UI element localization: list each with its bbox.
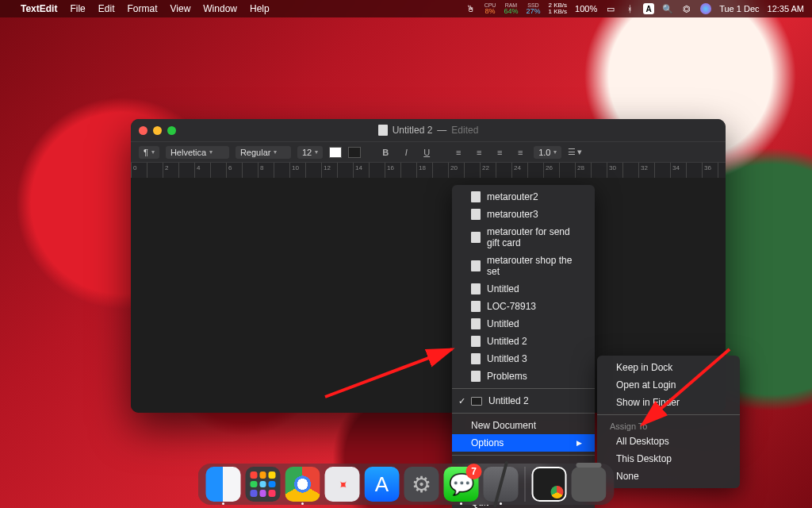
recent-doc-label: Untitled bbox=[487, 318, 519, 329]
recent-doc-label: metarouter3 bbox=[487, 209, 538, 220]
new-document-item[interactable]: New Document bbox=[452, 417, 595, 434]
dock-appstore[interactable]: A bbox=[365, 467, 400, 502]
battery-status[interactable]: 100% bbox=[575, 4, 597, 13]
document-icon bbox=[471, 301, 481, 312]
list-style-button[interactable]: ☰▾ bbox=[568, 145, 582, 160]
current-window-item[interactable]: Untitled 2 bbox=[452, 392, 595, 410]
paragraph-style-select[interactable]: ¶▾ bbox=[139, 146, 159, 159]
dock-context-menu: metarouter2metarouter3metarouter for sen… bbox=[452, 185, 595, 508]
spotlight-icon[interactable]: 🔍 bbox=[662, 3, 673, 14]
cpu-stat[interactable]: CPU8% bbox=[485, 2, 496, 15]
control-center-icon[interactable]: ⏣ bbox=[681, 3, 692, 14]
none-item[interactable]: None bbox=[597, 468, 740, 485]
recent-doc-label: LOC-78913 bbox=[487, 301, 536, 312]
this-desktop-item[interactable]: This Desktop bbox=[597, 450, 740, 468]
document-icon bbox=[471, 371, 481, 382]
menu-window[interactable]: Window bbox=[203, 3, 237, 14]
underline-button[interactable]: U bbox=[419, 145, 434, 160]
format-toolbar: ¶▾ Helvetica▾ Regular▾ 12▾ B I U ≡ ≡ ≡ ≡… bbox=[131, 141, 726, 162]
dock-finder[interactable] bbox=[206, 467, 241, 502]
battery-icon: ▭ bbox=[605, 3, 616, 14]
menubar-time[interactable]: 12:35 AM bbox=[768, 4, 804, 13]
ssd-stat[interactable]: SSD27% bbox=[526, 2, 540, 15]
recent-doc-label: Untitled 2 bbox=[487, 336, 527, 347]
menubar-date[interactable]: Tue 1 Dec bbox=[719, 4, 759, 13]
dock-safari[interactable]: ✦ bbox=[325, 467, 360, 502]
dock-launchpad[interactable] bbox=[246, 467, 281, 502]
dock-chrome[interactable] bbox=[285, 467, 320, 502]
recent-doc-label: Problems bbox=[487, 371, 527, 382]
ram-stat[interactable]: RAM64% bbox=[504, 2, 518, 15]
document-icon bbox=[471, 191, 481, 202]
dock-trash[interactable] bbox=[572, 467, 607, 502]
recent-doc-label: Untitled bbox=[487, 283, 519, 294]
align-left-button[interactable]: ≡ bbox=[451, 145, 465, 160]
line-spacing-select[interactable]: 1.0▾ bbox=[534, 146, 561, 159]
font-family-select[interactable]: Helvetica▾ bbox=[166, 146, 229, 159]
dock-messages[interactable]: 💬7 bbox=[444, 467, 479, 502]
menu-file[interactable]: File bbox=[70, 3, 85, 14]
titlebar[interactable]: Untitled 2 — Edited bbox=[131, 119, 726, 141]
font-size-select[interactable]: 12▾ bbox=[297, 146, 323, 159]
window-edited-label: Edited bbox=[451, 125, 478, 136]
bg-color-swatch[interactable] bbox=[348, 147, 361, 158]
document-icon bbox=[471, 353, 481, 364]
options-item[interactable]: Options▶ bbox=[452, 434, 595, 452]
dock-separator bbox=[525, 467, 526, 502]
text-color-swatch[interactable] bbox=[329, 147, 342, 158]
document-icon bbox=[378, 125, 388, 136]
options-submenu: Keep in Dock Open at Login Show in Finde… bbox=[597, 356, 740, 488]
window-title: Untitled 2 — Edited bbox=[131, 125, 726, 136]
menu-format[interactable]: Format bbox=[127, 3, 157, 14]
italic-button[interactable]: I bbox=[399, 145, 413, 160]
net-stat[interactable]: 2 KB/s 1 KB/s bbox=[548, 2, 567, 15]
align-center-button[interactable]: ≡ bbox=[472, 145, 486, 160]
recent-doc-item[interactable]: metarouter2 bbox=[452, 188, 595, 206]
document-icon bbox=[471, 318, 481, 329]
document-icon bbox=[471, 260, 481, 271]
keyboard-icon[interactable]: A bbox=[643, 3, 654, 14]
show-in-finder-item[interactable]: Show in Finder bbox=[597, 394, 740, 411]
keep-in-dock-item[interactable]: Keep in Dock bbox=[597, 359, 740, 376]
dock-textedit[interactable] bbox=[484, 467, 519, 502]
bluetooth-icon[interactable]: ᚼ bbox=[624, 3, 635, 14]
document-icon bbox=[471, 283, 481, 294]
recent-doc-label: Untitled 3 bbox=[487, 353, 527, 364]
font-weight-select[interactable]: Regular▾ bbox=[236, 146, 291, 159]
recent-doc-item[interactable]: Untitled 3 bbox=[452, 350, 595, 368]
align-right-button[interactable]: ≡ bbox=[492, 145, 507, 160]
document-icon bbox=[471, 209, 481, 220]
recent-doc-item[interactable]: metarouter3 bbox=[452, 206, 595, 223]
assign-to-label: Assign To bbox=[597, 418, 740, 433]
app-menu[interactable]: TextEdit bbox=[21, 3, 57, 14]
menu-view[interactable]: View bbox=[170, 3, 191, 14]
open-at-login-item[interactable]: Open at Login bbox=[597, 376, 740, 394]
dock-settings[interactable]: ⚙ bbox=[404, 467, 439, 502]
ruler[interactable] bbox=[131, 162, 726, 178]
align-justify-button[interactable]: ≡ bbox=[513, 145, 527, 160]
recent-doc-item[interactable]: Untitled 2 bbox=[452, 333, 595, 350]
menubar: TextEdit File Edit Format View Window He… bbox=[0, 0, 812, 17]
recent-doc-item[interactable]: Problems bbox=[452, 368, 595, 385]
siri-icon[interactable] bbox=[700, 3, 711, 14]
window-title-text: Untitled 2 bbox=[393, 125, 433, 136]
recent-doc-item[interactable]: Untitled bbox=[452, 315, 595, 333]
recent-doc-item[interactable]: metarouter for send gift card bbox=[452, 223, 595, 252]
dock-minimized-window[interactable] bbox=[532, 467, 567, 502]
mouse-icon[interactable]: 🖱 bbox=[465, 3, 477, 14]
recent-doc-item[interactable]: metarouter shop the set bbox=[452, 252, 595, 280]
bold-button[interactable]: B bbox=[378, 145, 393, 160]
recent-doc-item[interactable]: Untitled bbox=[452, 280, 595, 298]
menu-edit[interactable]: Edit bbox=[98, 3, 115, 14]
all-desktops-item[interactable]: All Desktops bbox=[597, 433, 740, 450]
messages-badge: 7 bbox=[466, 464, 482, 479]
recent-doc-label: metarouter2 bbox=[487, 191, 538, 202]
recent-doc-label: metarouter for send gift card bbox=[487, 226, 582, 248]
recent-doc-label: metarouter shop the set bbox=[487, 255, 582, 277]
recent-doc-item[interactable]: LOC-78913 bbox=[452, 298, 595, 315]
document-icon bbox=[471, 336, 481, 347]
document-icon bbox=[471, 232, 481, 243]
dock: ✦ A ⚙ 💬7 bbox=[198, 464, 615, 505]
menu-help[interactable]: Help bbox=[250, 3, 270, 14]
